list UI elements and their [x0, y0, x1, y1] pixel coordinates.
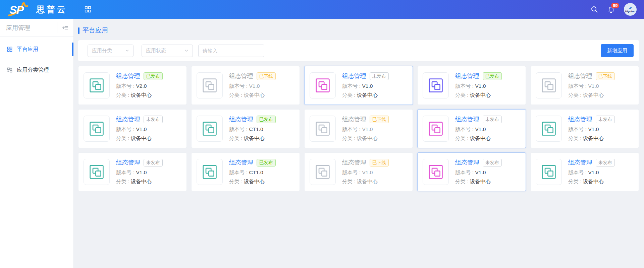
app-card[interactable]: 组态管理 未发布 版本号 : V1.0 分类 : 设备中心	[304, 66, 413, 105]
app-scada-icon	[88, 76, 106, 94]
sidebar-item-app-category-management[interactable]: 应用分类管理	[0, 62, 73, 78]
app-scada-icon	[427, 120, 445, 138]
app-category-select-placeholder: 应用分类	[92, 48, 112, 54]
status-badge: 已发布	[257, 159, 276, 166]
app-title[interactable]: 组态管理	[342, 158, 366, 166]
category-label: 分类 :	[455, 92, 470, 98]
app-card[interactable]: 组态管理 未发布 版本号 : V1.0 分类 : 设备中心	[417, 152, 526, 191]
app-scada-icon	[88, 120, 106, 138]
category-line: 分类 : 设备中心	[568, 92, 615, 99]
app-title[interactable]: 组态管理	[455, 72, 479, 80]
app-title[interactable]: 组态管理	[568, 158, 592, 166]
category-line: 分类 : 设备中心	[455, 92, 502, 99]
version-line: 版本号 : V2.0	[116, 83, 163, 90]
app-card[interactable]: 组态管理 已下线 版本号 : V1.0 分类 : 设备中心	[304, 109, 413, 148]
status-badge: 未发布	[596, 159, 615, 166]
app-title[interactable]: 组态管理	[455, 158, 479, 166]
category-label: 分类 :	[229, 179, 244, 184]
category-label: 分类 :	[229, 135, 244, 141]
apps-grid-icon[interactable]	[84, 6, 92, 13]
app-card[interactable]: 组态管理 已发布 版本号 : CT1.0 分类 : 设备中心	[191, 152, 300, 191]
notification-bell-icon[interactable]: 99	[607, 5, 615, 13]
app-title[interactable]: 组态管理	[116, 115, 140, 123]
version-value: CT1.0	[249, 170, 263, 175]
category-value: 设备中心	[131, 179, 152, 184]
app-scada-icon	[314, 76, 332, 94]
status-badge: 未发布	[144, 159, 163, 166]
version-line: 版本号 : CT1.0	[229, 126, 276, 133]
app-card[interactable]: 组态管理 已发布 版本号 : V2.0 分类 : 设备中心	[78, 66, 187, 105]
sidebar-header: 应用管理	[0, 19, 73, 37]
app-status-select[interactable]: 应用状态	[142, 45, 193, 57]
category-line: 分类 : 设备中心	[455, 178, 502, 185]
app-title[interactable]: 组态管理	[229, 72, 253, 80]
app-card[interactable]: 组态管理 未发布 版本号 : V1.0 分类 : 设备中心	[78, 109, 187, 148]
version-value: V1.0	[588, 126, 599, 132]
version-label: 版本号 :	[455, 83, 475, 89]
app-title[interactable]: 组态管理	[568, 72, 592, 80]
app-status-select-placeholder: 应用状态	[146, 48, 166, 54]
category-label: 分类 :	[116, 92, 131, 98]
keyword-input[interactable]	[203, 48, 260, 54]
version-line: 版本号 : V1.0	[568, 169, 615, 176]
version-line: 版本号 : V1.0	[455, 169, 502, 176]
sidebar-header-divider	[57, 22, 57, 33]
category-label: 分类 :	[342, 92, 357, 98]
add-app-button[interactable]: 新增应用	[601, 44, 634, 57]
app-card[interactable]: 组态管理 已下线 版本号 : V1.0 分类 : 设备中心	[304, 152, 413, 191]
status-badge: 未发布	[370, 72, 389, 80]
version-label: 版本号 :	[568, 83, 588, 89]
title-accent-bar	[78, 27, 79, 34]
version-value: V1.0	[136, 126, 147, 132]
status-badge: 未发布	[483, 116, 502, 123]
app-title[interactable]: 组态管理	[116, 72, 140, 80]
app-card[interactable]: 组态管理 已发布 版本号 : V1.0 分类 : 设备中心	[417, 66, 526, 105]
app-card[interactable]: 组态管理 已下线 版本号 : V1.0 分类 : 设备中心	[530, 66, 639, 105]
keyword-input-wrapper	[198, 45, 264, 57]
version-line: 版本号 : V1.0	[116, 126, 163, 133]
version-value: CT1.0	[249, 126, 263, 132]
app-title[interactable]: 组态管理	[455, 115, 479, 123]
app-card[interactable]: 组态管理 未发布 版本号 : V1.0 分类 : 设备中心	[417, 109, 526, 148]
app-title[interactable]: 组态管理	[342, 115, 366, 123]
version-line: 版本号 : V1.0	[455, 83, 502, 90]
app-title[interactable]: 组态管理	[342, 72, 366, 80]
app-category-select[interactable]: 应用分类	[88, 45, 133, 57]
notification-count-badge: 99	[611, 3, 619, 8]
app-scada-icon	[540, 120, 558, 138]
collapse-sidebar-icon[interactable]	[61, 24, 69, 31]
sidebar-title: 应用管理	[6, 24, 61, 32]
app-title[interactable]: 组态管理	[229, 158, 253, 166]
category-value: 设备中心	[583, 135, 604, 141]
sidebar-item-platform-apps[interactable]: 平台应用	[0, 41, 73, 58]
app-scada-icon	[88, 163, 106, 181]
app-title[interactable]: 组态管理	[229, 115, 253, 123]
user-avatar[interactable]: Hignton	[624, 3, 637, 16]
version-label: 版本号 :	[342, 170, 362, 175]
app-title[interactable]: 组态管理	[116, 158, 140, 166]
version-label: 版本号 :	[455, 170, 475, 175]
version-label: 版本号 :	[116, 126, 136, 132]
app-card[interactable]: 组态管理 未发布 版本号 : V1.0 分类 : 设备中心	[530, 109, 639, 148]
sidebar: 应用管理 平台应用 应用分类管理	[0, 19, 74, 268]
app-card[interactable]: 组态管理 未发布 版本号 : V1.0 分类 : 设备中心	[530, 152, 639, 191]
app-scada-icon	[427, 76, 445, 94]
status-badge: 已下线	[370, 116, 389, 123]
app-icon-box	[310, 72, 336, 98]
version-value: V1.0	[475, 126, 486, 132]
category-line: 分类 : 设备中心	[342, 178, 389, 185]
app-card[interactable]: 组态管理 已发布 版本号 : CT1.0 分类 : 设备中心	[191, 109, 300, 148]
search-icon[interactable]	[590, 5, 598, 13]
app-icon-box	[536, 159, 562, 185]
app-icon-box	[84, 72, 110, 98]
app-card[interactable]: 组态管理 未发布 版本号 : V1.0 分类 : 设备中心	[78, 152, 187, 191]
app-card[interactable]: 组态管理 已下线 版本号 : V1.0 分类 : 设备中心	[191, 66, 300, 105]
app-title[interactable]: 组态管理	[568, 115, 592, 123]
status-badge: 已下线	[596, 72, 615, 80]
app-icon-box	[310, 159, 336, 185]
category-value: 设备中心	[244, 92, 265, 98]
category-line: 分类 : 设备中心	[229, 178, 276, 185]
app-scada-icon	[540, 76, 558, 94]
version-line: 版本号 : CT1.0	[229, 169, 276, 176]
category-label: 分类 :	[116, 179, 131, 184]
